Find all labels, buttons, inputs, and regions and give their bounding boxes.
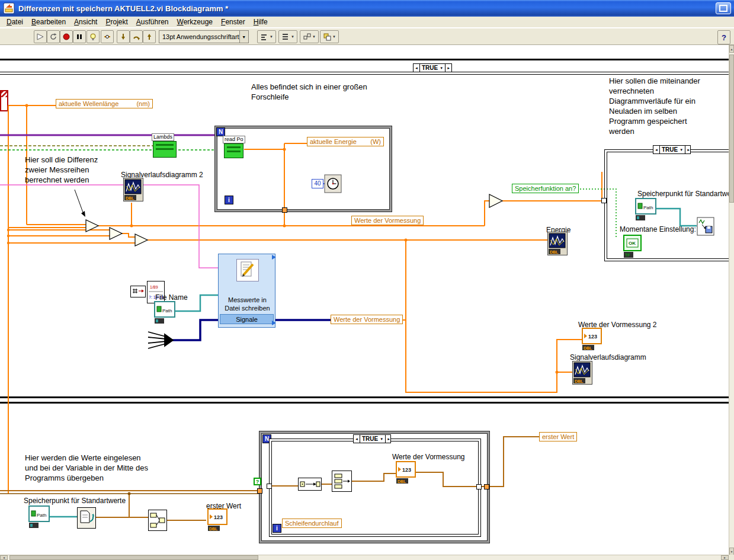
step-over-icon [132, 33, 140, 41]
step-into-button[interactable] [117, 30, 130, 43]
loop-tunnel[interactable] [282, 207, 287, 213]
wavelength-label[interactable]: aktuelle Wellenlänge(nm) [56, 99, 153, 108]
menu-ansicht[interactable]: Ansicht [70, 17, 101, 27]
dbl-tag: DBL [126, 196, 134, 200]
loop-iteration-terminal[interactable]: i [225, 196, 233, 204]
case-selector-right[interactable]: ◄ TRUE▼ ► [653, 145, 691, 154]
horizontal-scrollbar[interactable]: ◄ ► [0, 555, 729, 560]
index-array-icon[interactable] [332, 471, 352, 494]
window-title: Differenzen mit speichern AKTUELL2.vi Bl… [18, 4, 716, 13]
current-setting-label: Momentane Einstellung: [620, 225, 696, 233]
merge-signals-icon[interactable] [148, 332, 173, 348]
wire-junction [128, 492, 131, 495]
step-out-button[interactable] [143, 30, 156, 43]
scale-function-icon[interactable] [130, 286, 146, 300]
express-resize-arrow-icon[interactable] [272, 321, 276, 325]
scrollbar-corner [729, 555, 734, 560]
loop-tunnel[interactable] [257, 488, 262, 494]
scroll-right-icon[interactable]: ► [721, 555, 729, 560]
read-power-subvi-icon[interactable] [224, 143, 243, 158]
help-button[interactable]: ? [717, 30, 730, 44]
read-po-label[interactable]: read Po [223, 136, 245, 143]
case-prev-icon[interactable]: ◄ [653, 146, 660, 153]
save-function-label[interactable]: Speicherfunktion an? [512, 184, 579, 193]
first-value-numeric-terminal[interactable]: 123 DBL [207, 508, 227, 535]
case-tunnel[interactable] [267, 484, 272, 489]
horizontal-scroll-thumb[interactable] [9, 555, 258, 560]
write-measurement-file-express-vi[interactable]: Messwerte inDatei schreiben Signale [218, 254, 275, 328]
write-waveform-to-file-icon[interactable] [697, 217, 714, 238]
loop-count-terminal[interactable]: N [216, 127, 225, 136]
wait-until-ms-icon[interactable] [324, 174, 342, 196]
subtract-function-icon[interactable] [135, 234, 148, 246]
loop-iteration-terminal[interactable]: i [273, 524, 281, 533]
file-name-path-terminal[interactable]: Path [154, 301, 175, 327]
scroll-up-icon[interactable]: ▲ [729, 45, 734, 53]
pause-button[interactable] [73, 30, 86, 43]
vertical-scroll-thumb[interactable] [729, 55, 734, 203]
savepoint2-path-terminal[interactable]: Path [635, 198, 656, 224]
menu-ausfuehren[interactable]: Ausführen [132, 17, 173, 27]
lambds-label[interactable]: Lambds [152, 133, 174, 141]
menu-projekt[interactable]: Projekt [101, 17, 132, 27]
step-over-button[interactable] [130, 30, 143, 43]
font-selector[interactable]: 13pt Anwendungsschriftart ▼ [159, 30, 249, 43]
case-prev-icon[interactable]: ◄ [414, 64, 420, 72]
waveform-chart1-terminal[interactable]: DBL [572, 361, 592, 387]
case-next-icon[interactable]: ► [385, 435, 392, 443]
lambds-subvi-icon[interactable] [153, 141, 177, 158]
case-prev-icon[interactable]: ◄ [354, 435, 360, 443]
window-restore-button[interactable] [716, 2, 731, 14]
energie-chart-terminal[interactable]: DBL [547, 232, 568, 258]
subtract-function-icon[interactable] [110, 228, 122, 239]
menu-werkzeuge[interactable]: Werkzeuge [173, 17, 217, 27]
premeasure-loop-numeric-terminal[interactable]: 123 DBL [396, 461, 416, 487]
premeasure-wire-label[interactable]: Werte der Vormessung [351, 216, 424, 225]
loop-tunnel[interactable] [484, 484, 489, 489]
case-tunnel[interactable] [476, 484, 482, 489]
numeric-glyph: 123 [588, 334, 597, 340]
vertical-scrollbar[interactable]: ▲ ▼ [729, 45, 734, 555]
menu-hilfe[interactable]: Hilfe [249, 17, 272, 27]
comment-main-loop: Alles befindet sich in einer großenForsc… [251, 82, 367, 102]
case-tunnel[interactable] [601, 198, 607, 203]
menu-datei[interactable]: Datei [2, 17, 27, 27]
express-resize-arrow-icon[interactable] [272, 255, 276, 260]
build-array-icon[interactable] [148, 510, 167, 533]
case-next-icon[interactable]: ► [445, 64, 451, 72]
retain-wire-values-button[interactable] [101, 30, 114, 43]
wire-loop2-out [481, 437, 539, 487]
chevron-down-icon[interactable]: ▼ [239, 31, 248, 43]
savepoint-path-terminal[interactable]: Path [28, 505, 50, 532]
distribute-objects-button[interactable]: ▼ [278, 30, 297, 43]
case-selector-top[interactable]: ◄ TRUE▼ ► [413, 63, 452, 72]
open-file-icon[interactable] [77, 507, 96, 531]
array-index-function-icon[interactable] [298, 478, 322, 493]
reorder-objects-button[interactable]: ▼ [320, 30, 339, 43]
express-signale-terminal[interactable]: Signale [220, 314, 274, 324]
case-selector-bottom[interactable]: ◄ TRUE▼ ► [353, 434, 391, 443]
waveform-chart2-terminal[interactable]: DBL [123, 178, 143, 204]
menu-bearbeiten[interactable]: Bearbeiten [27, 17, 70, 27]
chevron-down-icon: ▼ [380, 437, 383, 441]
scroll-left-icon[interactable]: ◄ [0, 555, 8, 560]
chevron-down-icon: ▼ [312, 35, 316, 39]
resize-objects-button[interactable]: ▼ [300, 30, 319, 43]
case-next-icon[interactable]: ► [685, 146, 691, 153]
run-continuous-button[interactable] [47, 30, 60, 43]
menu-fenster[interactable]: Fenster [217, 17, 249, 27]
subtract-function-icon[interactable] [489, 194, 502, 207]
comment-read-note: Hier werden die Werte eingelesenund bei … [25, 453, 148, 483]
first-value-output-label[interactable]: erster Wert [539, 432, 577, 441]
subtract-function-icon[interactable] [86, 220, 98, 232]
ok-boolean-terminal[interactable]: OK TF [623, 235, 642, 262]
abort-button[interactable] [60, 30, 73, 43]
align-objects-button[interactable]: ▼ [257, 30, 276, 43]
wait-ms-constant[interactable]: 40 [312, 179, 323, 188]
unwired-selector-tunnel[interactable]: ? [254, 478, 261, 485]
highlight-execution-button[interactable] [86, 30, 100, 43]
run-button[interactable] [34, 30, 47, 43]
premeasure-mid-label[interactable]: Werte der Vormessung [331, 315, 403, 324]
wire-probe-icon [103, 33, 111, 41]
premeasure2-numeric-terminal[interactable]: 123 DBL [582, 328, 602, 354]
